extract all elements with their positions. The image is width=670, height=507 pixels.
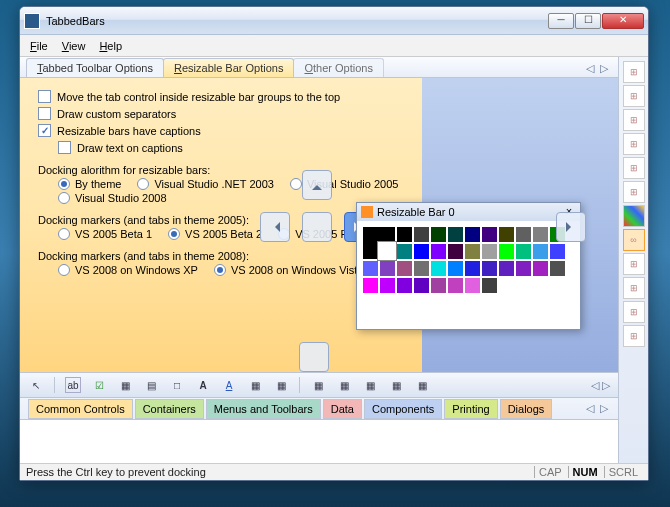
side-icon-1[interactable]: ⊞ <box>623 61 645 83</box>
side-icon-9[interactable]: ⊞ <box>623 277 645 299</box>
color-swatch[interactable] <box>448 227 463 242</box>
cat-scroll[interactable]: ◁▷ <box>576 400 618 417</box>
radio-2005-b2[interactable]: VS 2005 Beta 2 <box>168 228 262 240</box>
side-icon-4[interactable]: ⊞ <box>623 133 645 155</box>
floating-palette[interactable]: Resizable Bar 0 × <box>356 202 581 330</box>
tool-grid1[interactable]: ▦ <box>117 377 133 393</box>
color-swatch[interactable] <box>482 278 497 293</box>
menu-file[interactable]: File <box>30 40 48 52</box>
side-icon-vs[interactable]: ∞ <box>623 229 645 251</box>
side-icon-11[interactable]: ⊞ <box>623 325 645 347</box>
tool-check[interactable]: ☑ <box>91 377 107 393</box>
side-icon-5[interactable]: ⊞ <box>623 157 645 179</box>
color-swatch[interactable] <box>397 244 412 259</box>
color-swatch[interactable] <box>448 261 463 276</box>
dock-marker-left[interactable] <box>260 212 290 242</box>
tool-w1[interactable]: ▦ <box>247 377 263 393</box>
color-swatch[interactable] <box>465 261 480 276</box>
color-swatch[interactable] <box>499 244 514 259</box>
side-icon-8[interactable]: ⊞ <box>623 253 645 275</box>
menu-view[interactable]: View <box>62 40 86 52</box>
color-swatch[interactable] <box>380 261 395 276</box>
dock-marker-far-right[interactable] <box>556 212 586 242</box>
color-swatch[interactable] <box>516 244 531 259</box>
side-icon-3[interactable]: ⊞ <box>623 109 645 131</box>
color-swatch[interactable] <box>431 227 446 242</box>
color-swatch[interactable] <box>431 278 446 293</box>
color-swatch[interactable] <box>397 261 412 276</box>
color-swatch[interactable] <box>499 261 514 276</box>
tab-dialogs[interactable]: Dialogs <box>500 399 553 419</box>
color-swatch[interactable] <box>533 244 548 259</box>
tool-w5[interactable]: ▦ <box>362 377 378 393</box>
minimize-button[interactable]: ─ <box>548 13 574 29</box>
color-swatch[interactable] <box>550 261 565 276</box>
radio-2005-b1[interactable]: VS 2005 Beta 1 <box>58 228 152 240</box>
color-swatch[interactable] <box>448 278 463 293</box>
color-swatch[interactable] <box>431 244 446 259</box>
color-swatch[interactable] <box>533 227 548 242</box>
maximize-button[interactable]: ☐ <box>575 13 601 29</box>
tab-containers[interactable]: Containers <box>135 399 204 419</box>
tool-w3[interactable]: ▦ <box>310 377 326 393</box>
tab-other-options[interactable]: Other Options <box>293 58 383 77</box>
tab-toolbar-options[interactable]: Tabbed Toolbar Options <box>26 58 164 77</box>
radio-vs2003[interactable]: Visual Studio .NET 2003 <box>137 178 273 190</box>
tool-w6[interactable]: ▦ <box>388 377 404 393</box>
color-swatch[interactable] <box>482 261 497 276</box>
color-swatch[interactable] <box>516 261 531 276</box>
tab-components[interactable]: Components <box>364 399 442 419</box>
tool-grid2[interactable]: ▤ <box>143 377 159 393</box>
tab-menus[interactable]: Menus and Toolbars <box>206 399 321 419</box>
radio-vs2008[interactable]: Visual Studio 2008 <box>58 192 167 204</box>
color-swatch[interactable] <box>431 261 446 276</box>
tool-text-a2[interactable]: A <box>221 377 237 393</box>
menu-help[interactable]: Help <box>99 40 122 52</box>
color-swatch[interactable] <box>414 227 429 242</box>
color-swatch[interactable] <box>380 278 395 293</box>
side-icon-6[interactable]: ⊞ <box>623 181 645 203</box>
color-swatch[interactable] <box>482 244 497 259</box>
titlebar[interactable]: TabbedBars ─ ☐ ✕ <box>20 7 648 35</box>
color-swatch[interactable] <box>414 278 429 293</box>
palette-title[interactable]: Resizable Bar 0 × <box>357 203 580 221</box>
tab-resizable-bar[interactable]: Resizable Bar Options <box>163 58 294 77</box>
tab-data[interactable]: Data <box>323 399 362 419</box>
color-swatch[interactable] <box>550 244 565 259</box>
tool-box[interactable]: □ <box>169 377 185 393</box>
tool-pointer[interactable]: ↖ <box>28 377 44 393</box>
color-swatch[interactable] <box>414 261 429 276</box>
color-swatch[interactable] <box>533 261 548 276</box>
color-swatch[interactable] <box>499 227 514 242</box>
color-swatch[interactable] <box>482 227 497 242</box>
color-swatch[interactable] <box>363 261 378 276</box>
close-button[interactable]: ✕ <box>602 13 644 29</box>
radio-2008-xp[interactable]: VS 2008 on Windows XP <box>58 264 198 276</box>
color-swatch[interactable] <box>397 278 412 293</box>
tool-w7[interactable]: ▦ <box>414 377 430 393</box>
color-swatch[interactable] <box>465 278 480 293</box>
dock-marker-bottom[interactable] <box>299 342 329 372</box>
dock-marker-center[interactable] <box>302 212 332 242</box>
dock-marker-top[interactable] <box>302 170 332 200</box>
toolbar-scroll[interactable]: ◁ ▷ <box>591 379 610 392</box>
tool-w2[interactable]: ▦ <box>273 377 289 393</box>
color-swatch[interactable] <box>448 244 463 259</box>
color-swatch[interactable] <box>465 244 480 259</box>
tab-common[interactable]: Common Controls <box>28 399 133 419</box>
radio-2008-vista[interactable]: VS 2008 on Windows Vista <box>214 264 363 276</box>
color-swatch[interactable] <box>516 227 531 242</box>
color-swatch[interactable] <box>363 278 378 293</box>
side-icon-win[interactable] <box>623 205 645 227</box>
bw-swatch[interactable] <box>363 227 395 259</box>
color-swatch[interactable] <box>465 227 480 242</box>
color-swatch[interactable] <box>414 244 429 259</box>
color-swatch[interactable] <box>397 227 412 242</box>
tool-label[interactable]: ab <box>65 377 81 393</box>
tab-scroll[interactable]: ◁▷ <box>576 60 618 77</box>
radio-by-theme[interactable]: By theme <box>58 178 121 190</box>
tab-printing[interactable]: Printing <box>444 399 497 419</box>
tool-text-a[interactable]: A <box>195 377 211 393</box>
side-icon-10[interactable]: ⊞ <box>623 301 645 323</box>
tool-w4[interactable]: ▦ <box>336 377 352 393</box>
